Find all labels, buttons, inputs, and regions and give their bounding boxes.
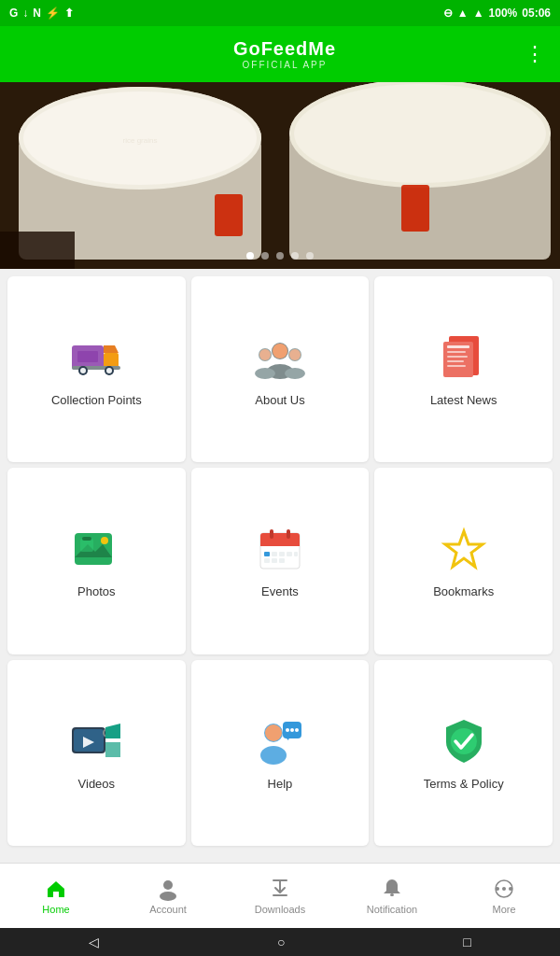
svg-rect-53 xyxy=(264,558,270,563)
svg-marker-16 xyxy=(104,345,119,353)
grid-item-help[interactable]: Help xyxy=(191,660,370,846)
svg-rect-42 xyxy=(82,537,91,541)
svg-point-68 xyxy=(286,728,289,732)
app-bar-title-group: GoFeedMe OFFICIAL APP xyxy=(45,38,525,70)
svg-marker-61 xyxy=(105,724,120,738)
carousel-dots xyxy=(246,252,314,260)
nav-item-downloads[interactable]: Downloads xyxy=(224,864,336,928)
svg-point-65 xyxy=(260,746,287,765)
svg-point-69 xyxy=(290,728,294,732)
notification-nav-label: Notification xyxy=(367,904,417,915)
dot-1 xyxy=(246,252,254,260)
grid-item-events[interactable]: Events xyxy=(191,468,370,654)
nav-item-home[interactable]: Home xyxy=(0,864,112,928)
back-button[interactable]: ◁ xyxy=(89,935,99,949)
account-nav-icon xyxy=(156,877,180,901)
nav-item-notification[interactable]: Notification xyxy=(336,864,448,928)
svg-point-70 xyxy=(295,728,299,732)
usb-icon: ⚡ xyxy=(46,7,60,20)
svg-marker-62 xyxy=(105,742,120,757)
svg-marker-67 xyxy=(283,735,290,740)
status-bar: G ↓ N ⚡ ⬆ ⊖ ▲ ▲ 100% 05:06 xyxy=(0,0,560,26)
battery-saver-icon: ⊖ xyxy=(443,7,453,20)
photos-label: Photos xyxy=(77,584,115,598)
nav-item-more[interactable]: More xyxy=(448,864,560,928)
recent-button[interactable]: □ xyxy=(463,935,470,949)
svg-rect-48 xyxy=(264,552,270,556)
notification-nav-icon xyxy=(380,877,404,901)
more-nav-label: More xyxy=(492,904,515,915)
clock: 05:06 xyxy=(522,7,551,20)
about-us-label: About Us xyxy=(255,393,304,407)
svg-rect-47 xyxy=(287,529,290,539)
svg-point-9 xyxy=(294,84,546,183)
downloads-nav-label: Downloads xyxy=(255,904,305,915)
svg-rect-49 xyxy=(272,552,277,556)
svg-rect-37 xyxy=(447,365,466,367)
svg-rect-46 xyxy=(270,529,273,539)
svg-point-29 xyxy=(259,349,271,360)
collection-points-label: Collection Points xyxy=(51,393,142,407)
svg-rect-36 xyxy=(447,360,464,362)
calendar-icon xyxy=(254,523,306,575)
svg-rect-51 xyxy=(287,552,292,556)
svg-point-73 xyxy=(163,880,173,890)
svg-rect-35 xyxy=(447,356,468,358)
app-bar: GoFeedMe OFFICIAL APP ⋮ xyxy=(0,26,560,82)
svg-point-74 xyxy=(160,892,176,901)
svg-point-39 xyxy=(101,537,108,544)
dot-3 xyxy=(276,252,284,260)
more-nav-icon xyxy=(492,877,516,901)
g-icon: G xyxy=(9,7,18,20)
overflow-menu-button[interactable]: ⋮ xyxy=(525,42,545,66)
grid-item-videos[interactable]: Videos xyxy=(7,660,186,846)
video-icon xyxy=(70,715,122,767)
grid-item-photos[interactable]: Photos xyxy=(7,468,186,654)
help-label: Help xyxy=(268,777,293,791)
help-icon xyxy=(254,715,306,767)
grid-item-collection-points[interactable]: Collection Points xyxy=(7,276,186,462)
truck-icon xyxy=(70,331,122,384)
svg-rect-12 xyxy=(0,232,75,269)
dot-5 xyxy=(306,252,314,260)
banner-svg: rice grains xyxy=(0,82,560,269)
svg-rect-33 xyxy=(447,345,469,348)
svg-text:rice grains: rice grains xyxy=(123,136,158,145)
photos-icon xyxy=(70,523,122,575)
grid-item-latest-news[interactable]: Latest News xyxy=(374,276,553,462)
wifi-icon: ▲ xyxy=(457,7,469,20)
latest-news-label: Latest News xyxy=(430,393,497,407)
status-left-icons: G ↓ N ⚡ ⬆ xyxy=(9,7,74,20)
root-icon: ⬆ xyxy=(64,7,74,20)
dot-2 xyxy=(261,252,269,260)
svg-rect-76 xyxy=(273,879,287,881)
downloads-nav-icon xyxy=(268,877,292,901)
signal-icon: ▲ xyxy=(473,7,484,20)
shield-check-icon xyxy=(438,715,490,767)
grid-item-bookmarks[interactable]: Bookmarks xyxy=(374,468,553,654)
svg-point-71 xyxy=(265,724,282,741)
svg-rect-50 xyxy=(279,552,285,556)
svg-point-30 xyxy=(289,349,301,360)
svg-point-21 xyxy=(106,368,112,373)
svg-point-25 xyxy=(255,368,275,379)
svg-marker-56 xyxy=(445,531,483,567)
grid-item-about-us[interactable]: About Us xyxy=(191,276,370,462)
svg-rect-10 xyxy=(215,194,243,236)
home-button[interactable]: ○ xyxy=(277,935,285,949)
svg-rect-41 xyxy=(80,539,93,552)
terms-policy-label: Terms & Policy xyxy=(424,777,504,791)
n-icon: N xyxy=(33,7,41,20)
svg-rect-34 xyxy=(447,351,466,353)
svg-rect-77 xyxy=(390,893,394,896)
svg-rect-55 xyxy=(279,558,285,563)
main-grid: Collection Points About Us xyxy=(0,269,560,853)
group-icon xyxy=(254,331,306,384)
banner-carousel[interactable]: rice grains xyxy=(0,82,560,269)
nav-item-account[interactable]: Account xyxy=(112,864,224,928)
svg-rect-11 xyxy=(401,185,429,232)
grid-item-terms-policy[interactable]: Terms & Policy xyxy=(374,660,553,846)
account-nav-label: Account xyxy=(149,904,187,915)
events-label: Events xyxy=(261,584,299,598)
app-subtitle: OFFICIAL APP xyxy=(45,60,525,70)
